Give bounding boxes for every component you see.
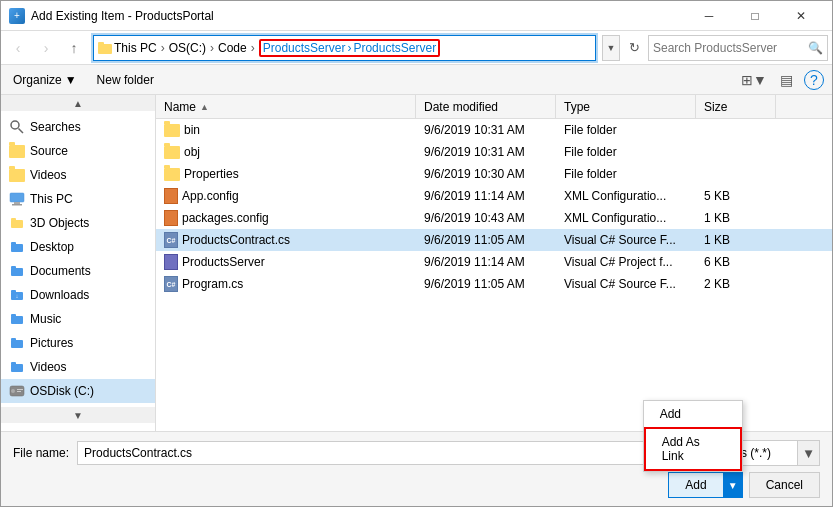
file-type-productscontract: Visual C# Source F...: [556, 229, 696, 251]
table-row[interactable]: App.config 9/6/2019 11:14 AM XML Configu…: [156, 185, 832, 207]
svg-rect-24: [17, 389, 23, 390]
new-folder-button[interactable]: New folder: [89, 71, 162, 89]
forward-button[interactable]: ›: [33, 35, 59, 61]
col-header-type[interactable]: Type: [556, 95, 696, 119]
buttons-row: Add ▼ Add Add As Link Cancel: [13, 472, 820, 498]
sidebar-item-searches[interactable]: Searches: [1, 115, 155, 139]
table-row[interactable]: ProductsServer 9/6/2019 11:14 AM Visual …: [156, 251, 832, 273]
cancel-button[interactable]: Cancel: [749, 472, 820, 498]
sidebar-item-videos[interactable]: Videos: [1, 163, 155, 187]
sidebar-scroll-down-button[interactable]: ▼: [1, 407, 155, 423]
file-name-programcs: Program.cs: [156, 273, 416, 295]
col-header-date[interactable]: Date modified: [416, 95, 556, 119]
sidebar-item-3d-objects[interactable]: 3D Objects: [1, 211, 155, 235]
sidebar-item-music[interactable]: Music: [1, 307, 155, 331]
dropdown-add-as-link-item[interactable]: Add As Link: [644, 427, 742, 471]
title-bar: + Add Existing Item - ProductsPortal ─ □…: [1, 1, 832, 31]
searches-icon: [9, 119, 25, 135]
svg-rect-4: [10, 193, 24, 202]
sidebar: Searches Source Videos: [1, 111, 156, 407]
sidebar-scroll-up-button[interactable]: ▲: [1, 95, 155, 111]
svg-rect-5: [14, 202, 20, 204]
folder-icon: [164, 124, 180, 137]
add-dropdown-button[interactable]: ▼: [723, 472, 743, 498]
dropdown-add-item[interactable]: Add: [644, 401, 742, 427]
svg-rect-18: [11, 340, 23, 348]
svg-point-23: [11, 389, 15, 393]
main-content: ▲ Searches Sour: [1, 95, 832, 431]
address-dropdown-button[interactable]: ▼: [602, 35, 620, 61]
back-button[interactable]: ‹: [5, 35, 31, 61]
svg-rect-6: [12, 204, 22, 206]
address-bar[interactable]: This PC › OS(C:) › Code › ProductsServer…: [93, 35, 596, 61]
table-row[interactable]: packages.config 9/6/2019 10:43 AM XML Co…: [156, 207, 832, 229]
xml-icon: [164, 188, 178, 204]
downloads-icon: ↓: [9, 287, 25, 303]
file-date-packages: 9/6/2019 10:43 AM: [416, 207, 556, 229]
pane-button[interactable]: ▤: [772, 68, 800, 92]
sidebar-label-pictures: Pictures: [30, 336, 73, 350]
sidebar-label-osdisk: OSDisk (C:): [30, 384, 94, 398]
sidebar-item-source[interactable]: Source: [1, 139, 155, 163]
table-row[interactable]: obj 9/6/2019 10:31 AM File folder: [156, 141, 832, 163]
address-sep3: ›: [251, 41, 255, 55]
address-osc: OS(C:): [169, 41, 206, 55]
minimize-button[interactable]: ─: [686, 1, 732, 31]
this-pc-icon: [9, 191, 25, 207]
sidebar-item-pictures[interactable]: Pictures: [1, 331, 155, 355]
refresh-button[interactable]: ↻: [622, 36, 646, 60]
table-row[interactable]: bin 9/6/2019 10:31 AM File folder: [156, 119, 832, 141]
file-date-bin: 9/6/2019 10:31 AM: [416, 119, 556, 141]
file-date-obj: 9/6/2019 10:31 AM: [416, 141, 556, 163]
filename-input[interactable]: [77, 441, 688, 465]
file-type-programcs: Visual C# Source F...: [556, 273, 696, 295]
filetype-dropdown-button[interactable]: ▼: [797, 441, 819, 465]
col-header-size[interactable]: Size: [696, 95, 776, 119]
sidebar-label-videos2: Videos: [30, 360, 66, 374]
sidebar-item-downloads[interactable]: ↓ Downloads: [1, 283, 155, 307]
view-toggle-button[interactable]: ⊞▼: [740, 68, 768, 92]
title-controls: ─ □ ✕: [686, 1, 824, 31]
file-date-productscontract: 9/6/2019 11:05 AM: [416, 229, 556, 251]
help-button[interactable]: ?: [804, 70, 824, 90]
file-date-appconfig: 9/6/2019 11:14 AM: [416, 185, 556, 207]
search-input[interactable]: [653, 41, 806, 55]
svg-rect-16: [11, 316, 23, 324]
folder-icon: [164, 146, 180, 159]
table-row[interactable]: ProductsContract.cs 9/6/2019 11:05 AM Vi…: [156, 229, 832, 251]
sidebar-item-desktop[interactable]: Desktop: [1, 235, 155, 259]
table-row[interactable]: Program.cs 9/6/2019 11:05 AM Visual C# S…: [156, 273, 832, 295]
sidebar-item-videos2[interactable]: Videos: [1, 355, 155, 379]
address-sep1: ›: [161, 41, 165, 55]
desktop-icon: [9, 239, 25, 255]
sidebar-item-this-pc[interactable]: This PC: [1, 187, 155, 211]
music-icon: [9, 311, 25, 327]
file-type-properties: File folder: [556, 163, 696, 185]
title-bar-left: + Add Existing Item - ProductsPortal: [9, 8, 214, 24]
add-button[interactable]: Add: [668, 472, 722, 498]
maximize-button[interactable]: □: [732, 1, 778, 31]
up-button[interactable]: ↑: [61, 35, 87, 61]
table-row[interactable]: Properties 9/6/2019 10:30 AM File folder: [156, 163, 832, 185]
col-header-name[interactable]: Name ▲: [156, 95, 416, 119]
sidebar-label-documents: Documents: [30, 264, 91, 278]
file-date-programcs: 9/6/2019 11:05 AM: [416, 273, 556, 295]
sidebar-label-searches: Searches: [30, 120, 81, 134]
sidebar-item-osdisk[interactable]: OSDisk (C:): [1, 379, 155, 403]
filename-input-wrapper: ▼: [77, 441, 688, 465]
osdisk-icon: [9, 383, 25, 399]
file-name-properties: Properties: [156, 163, 416, 185]
folder-icon: [164, 168, 180, 181]
add-button-group: Add ▼ Add Add As Link: [668, 472, 742, 498]
organize-button[interactable]: Organize ▼: [9, 71, 81, 89]
close-button[interactable]: ✕: [778, 1, 824, 31]
videos2-icon: [9, 359, 25, 375]
address-highlighted-path: ProductsServer › ProductsServer: [259, 39, 440, 57]
search-box: 🔍: [648, 35, 828, 61]
svg-rect-1: [98, 42, 104, 45]
file-size-productsserver: 6 KB: [696, 251, 776, 273]
sidebar-item-documents[interactable]: Documents: [1, 259, 155, 283]
bottom-bar: File name: ▼ All Files (*.*) ▼ Add ▼ Add…: [1, 431, 832, 506]
svg-line-3: [19, 129, 24, 134]
3d-objects-icon: [9, 215, 25, 231]
